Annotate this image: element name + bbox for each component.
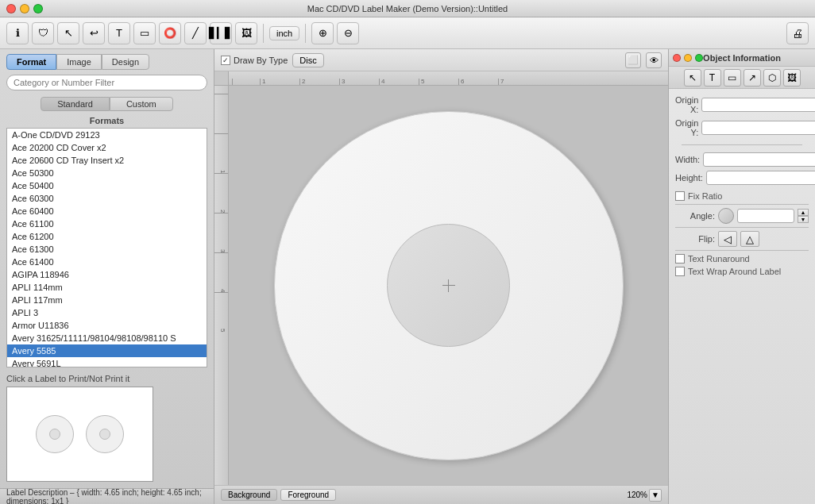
canvas-bottom-bar: Background Foreground 120% ▼ — [214, 485, 668, 504]
draw-by-type-checkbox[interactable]: ✓ — [221, 56, 230, 65]
tab-standard[interactable]: Standard — [41, 97, 110, 111]
list-item[interactable]: Ace 50300 — [7, 167, 207, 179]
text-wrap-checkbox[interactable] — [675, 267, 685, 276]
angle-label: Angle: — [675, 211, 715, 221]
list-item[interactable]: APLI 3 — [7, 306, 207, 319]
list-item[interactable]: APLI 114mm — [7, 281, 207, 294]
tab-custom[interactable]: Custom — [110, 97, 173, 111]
right-panel-controls[interactable] — [673, 54, 703, 62]
unit-selector[interactable]: inch — [269, 26, 299, 40]
right-max-button[interactable] — [695, 54, 703, 62]
height-input[interactable] — [706, 171, 815, 185]
origin-y-input[interactable] — [701, 121, 815, 135]
text-tool-button[interactable]: T — [108, 22, 130, 44]
right-close-button[interactable] — [673, 54, 681, 62]
obj-tool-arrow[interactable]: ↗ — [744, 69, 761, 87]
canvas-view-btn-2[interactable]: 👁 — [646, 52, 662, 68]
origin-x-label: Origin X: — [675, 95, 698, 114]
list-item[interactable]: A-One CD/DVD 29123 — [7, 129, 207, 141]
tab-format[interactable]: Format — [6, 54, 56, 70]
obj-tool-rect[interactable]: ▭ — [724, 69, 741, 87]
width-label: Width: — [675, 155, 700, 164]
height-label: Height: — [675, 173, 703, 183]
obj-tool-select[interactable]: ↖ — [684, 69, 701, 87]
info-button[interactable]: ℹ — [6, 22, 29, 44]
zoom-out-button[interactable]: ⊖ — [337, 22, 359, 44]
angle-row: Angle: ▲ ▼ — [669, 208, 815, 224]
preview-disc-1[interactable] — [36, 415, 74, 453]
search-input[interactable] — [6, 75, 207, 90]
angle-input[interactable] — [737, 209, 794, 223]
ruler-horizontal: 1 2 3 4 5 6 7 — [229, 71, 668, 86]
ruler-tick: 5 — [419, 79, 458, 85]
rect-tool-button[interactable]: ▭ — [133, 22, 156, 44]
text-wrap-row: Text Wrap Around Label — [669, 267, 815, 276]
list-item[interactable]: Ace 61400 — [7, 256, 207, 268]
print-button[interactable]: 🖨 — [786, 22, 809, 44]
minimize-button[interactable] — [20, 4, 29, 13]
background-button[interactable]: Background — [221, 489, 277, 501]
angle-up[interactable]: ▲ — [798, 209, 809, 216]
format-list[interactable]: A-One CD/DVD 29123 Ace 20200 CD Cover x2… — [6, 128, 207, 367]
text-runaround-checkbox[interactable] — [675, 254, 685, 264]
preview-label: Click a Label to Print/Not Print it — [6, 374, 207, 383]
list-item[interactable]: APLI 117mm — [7, 294, 207, 306]
tab-image[interactable]: Image — [56, 54, 102, 70]
flip-h-button[interactable]: ◁ — [718, 231, 737, 247]
object-fields: Origin X: ▲ ▼ Origin Y: ▲ ▼ Width: — [669, 89, 815, 191]
text-runaround-label: Text Runaround — [688, 254, 750, 264]
left-panel: Format Image Design Standard Custom Form… — [0, 49, 214, 504]
image-button[interactable]: 🖼 — [235, 22, 257, 44]
window-controls[interactable] — [6, 4, 43, 13]
foreground-button[interactable]: Foreground — [280, 489, 336, 501]
list-item[interactable]: Ace 20600 CD Tray Insert x2 — [7, 154, 207, 167]
list-item[interactable]: Ace 60400 — [7, 205, 207, 217]
oval-tool-button[interactable]: ⭕ — [159, 22, 181, 44]
line-tool-button[interactable]: ╱ — [184, 22, 207, 44]
flip-v-button[interactable]: △ — [740, 231, 759, 247]
tab-design[interactable]: Design — [102, 54, 149, 70]
shield-button[interactable]: 🛡 — [32, 22, 54, 44]
preview-disc-2[interactable] — [86, 415, 124, 453]
close-button[interactable] — [6, 4, 16, 13]
origin-y-row: Origin Y: ▲ ▼ — [675, 118, 809, 137]
field-separator-1 — [682, 144, 802, 145]
disc-container — [274, 111, 624, 460]
obj-tool-image[interactable]: 🖼 — [783, 69, 801, 87]
zoom-control: 120% ▼ — [627, 489, 662, 502]
origin-x-input[interactable] — [701, 98, 815, 112]
toolbar-separator-2 — [305, 24, 306, 43]
preview-box — [6, 387, 153, 482]
list-item[interactable]: Ace 60300 — [7, 192, 207, 205]
object-info-label: Object Information — [703, 53, 781, 63]
right-min-button[interactable] — [684, 54, 692, 62]
barcode-button[interactable]: ▋▎▋ — [210, 22, 232, 44]
formats-label: Formats — [0, 114, 214, 128]
zoom-in-button[interactable]: ⊕ — [311, 22, 334, 44]
list-item[interactable]: Ace 50400 — [7, 179, 207, 192]
obj-tool-text[interactable]: T — [704, 69, 721, 87]
list-item[interactable]: Armor U11836 — [7, 319, 207, 332]
width-input[interactable] — [703, 152, 815, 167]
list-item[interactable]: Avery 5691L — [7, 357, 207, 367]
disc-button[interactable]: Disc — [292, 53, 323, 67]
maximize-button[interactable] — [33, 4, 43, 13]
zoom-dropdown-button[interactable]: ▼ — [649, 489, 662, 502]
angle-knob[interactable] — [718, 208, 734, 224]
list-item[interactable]: Ace 61200 — [7, 230, 207, 243]
obj-tool-shape[interactable]: ⬡ — [763, 69, 781, 87]
list-item[interactable]: AGIPA 118946 — [7, 268, 207, 281]
main-canvas[interactable] — [229, 86, 668, 485]
angle-down[interactable]: ▼ — [798, 216, 809, 223]
canvas-view-btn-1[interactable]: ⬜ — [625, 52, 641, 68]
angle-stepper[interactable]: ▲ ▼ — [798, 209, 809, 223]
list-item-selected[interactable]: Avery 5585 — [7, 344, 207, 357]
list-item[interactable]: Ace 61100 — [7, 217, 207, 230]
fix-ratio-checkbox[interactable] — [675, 191, 685, 201]
select-tool-button[interactable]: ↖ — [57, 22, 79, 44]
preview-disc-inner-1 — [49, 429, 60, 440]
list-item[interactable]: Avery 31625/11111/98104/98108/98110 S — [7, 332, 207, 344]
undo-button[interactable]: ↩ — [83, 22, 105, 44]
list-item[interactable]: Ace 20200 CD Cover x2 — [7, 141, 207, 154]
list-item[interactable]: Ace 61300 — [7, 243, 207, 256]
